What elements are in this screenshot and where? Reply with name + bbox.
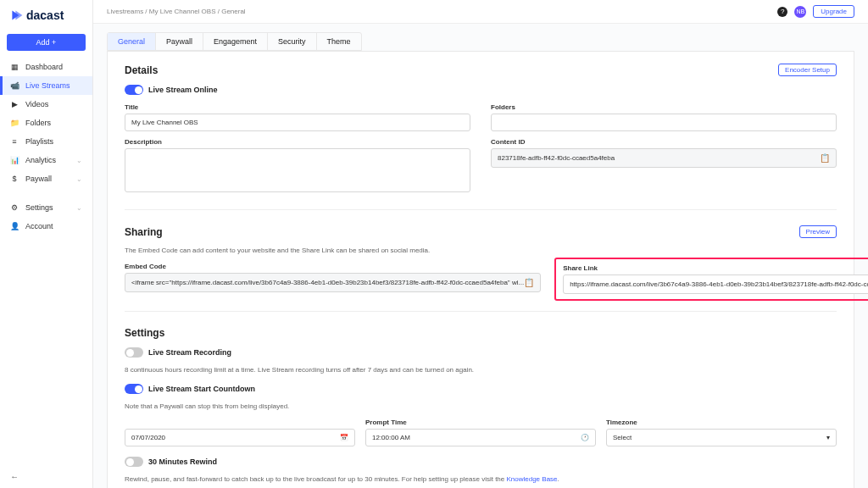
preview-button[interactable]: Preview xyxy=(799,225,837,238)
rewind-label: 30 Minutes Rewind xyxy=(148,458,217,466)
countdown-help-text: Note that a Paywall can stop this from b… xyxy=(125,402,837,410)
sidebar-item-analytics[interactable]: 📊Analytics⌄ xyxy=(0,151,92,169)
avatar[interactable]: NB xyxy=(794,6,806,18)
encoder-setup-button[interactable]: Encoder Setup xyxy=(778,64,837,76)
calendar-icon: 📅 xyxy=(340,434,348,441)
breadcrumb-current: General xyxy=(221,8,245,15)
content-id-value: 823718fe-adfb-ff42-f0dc-ccaed5a4feba xyxy=(498,154,615,162)
sidebar-collapse-button[interactable]: ← xyxy=(0,465,92,488)
clock-icon: 🕐 xyxy=(581,434,589,441)
account-icon: 👤 xyxy=(10,222,19,230)
add-button[interactable]: Add + xyxy=(7,34,86,51)
sharing-help-text: The Embed Code can add content to your w… xyxy=(125,247,837,254)
rewind-toggle[interactable] xyxy=(125,457,143,467)
prompt-time-input[interactable]: 12:00:00 AM 🕐 xyxy=(365,429,596,446)
prompt-time-label: Prompt Time xyxy=(365,419,596,426)
tab-paywall[interactable]: Paywall xyxy=(156,33,203,50)
sidebar-item-folders[interactable]: 📁Folders xyxy=(0,114,92,132)
analytics-icon: 📊 xyxy=(10,156,19,164)
recording-label: Live Stream Recording xyxy=(148,348,231,357)
embed-code-label: Embed Code xyxy=(125,263,541,270)
tab-engagement[interactable]: Engagement xyxy=(203,33,268,50)
chevron-down-icon: ⌄ xyxy=(76,204,82,212)
date-input[interactable]: 07/07/2020 📅 xyxy=(125,429,355,446)
breadcrumb-channel[interactable]: My Live Channel OBS xyxy=(149,8,216,15)
upgrade-button[interactable]: Upgrade xyxy=(813,5,854,18)
tab-general[interactable]: General xyxy=(108,33,156,50)
content-id-field: 823718fe-adfb-ff42-f0dc-ccaed5a4feba 📋 xyxy=(491,148,837,168)
rewind-help-text: Rewind, pause, and fast-forward to catch… xyxy=(125,475,837,483)
live-streams-icon: 📹 xyxy=(10,81,19,90)
countdown-label: Live Stream Start Countdown xyxy=(148,385,255,393)
sidebar-nav: ▦Dashboard 📹Live Streams ▶Videos 📁Folder… xyxy=(0,58,92,465)
title-input[interactable] xyxy=(125,114,470,131)
live-stream-online-toggle[interactable] xyxy=(125,85,143,95)
embed-code-value: <iframe src="https://iframe.dacast.com/l… xyxy=(131,279,524,286)
breadcrumb-livestreams[interactable]: Livestreams xyxy=(107,8,143,15)
sharing-heading: Sharing xyxy=(125,226,163,238)
embed-code-field: <iframe src="https://iframe.dacast.com/l… xyxy=(125,273,541,292)
sidebar-item-live-streams[interactable]: 📹Live Streams xyxy=(0,76,92,95)
sidebar-item-dashboard[interactable]: ▦Dashboard xyxy=(0,58,92,76)
sidebar-item-settings[interactable]: ⚙Settings⌄ xyxy=(0,198,92,217)
brand-logo: dacast xyxy=(0,8,92,30)
tab-theme[interactable]: Theme xyxy=(317,33,361,50)
dashboard-icon: ▦ xyxy=(10,63,19,71)
sidebar-item-account[interactable]: 👤Account xyxy=(0,217,92,236)
countdown-toggle[interactable] xyxy=(125,384,143,394)
settings-icon: ⚙ xyxy=(10,203,19,212)
playlists-icon: ≡ xyxy=(10,137,19,146)
recording-help-text: 8 continuous hours recording limit at a … xyxy=(125,366,837,374)
share-link-value: https://iframe.dacast.com/live/3b67c4a9-… xyxy=(570,280,868,288)
tab-security[interactable]: Security xyxy=(268,33,317,50)
chevron-down-icon: ⌄ xyxy=(76,175,82,183)
topbar: Livestreams / My Live Channel OBS / Gene… xyxy=(93,0,868,24)
sidebar-item-playlists[interactable]: ≡Playlists xyxy=(0,132,92,151)
recording-toggle[interactable] xyxy=(125,347,143,358)
details-heading: Details xyxy=(125,64,158,76)
share-link-label: Share Link xyxy=(563,264,868,272)
help-icon[interactable]: ? xyxy=(777,7,787,17)
paywall-icon: $ xyxy=(10,175,19,183)
settings-heading: Settings xyxy=(125,327,164,339)
folders-label: Folders xyxy=(491,103,837,111)
timezone-label: Timezone xyxy=(606,419,837,426)
sidebar-item-paywall[interactable]: $Paywall⌄ xyxy=(0,169,92,188)
copy-content-id-icon[interactable]: 📋 xyxy=(820,153,830,163)
chevron-down-icon: ⌄ xyxy=(76,157,82,164)
breadcrumb: Livestreams / My Live Channel OBS / Gene… xyxy=(107,8,246,15)
chevron-down-icon: ▾ xyxy=(826,434,830,441)
description-label: Description xyxy=(125,138,470,146)
title-label: Title xyxy=(125,103,470,111)
sidebar-item-videos[interactable]: ▶Videos xyxy=(0,95,92,114)
date-label xyxy=(125,419,355,426)
folders-icon: 📁 xyxy=(10,119,19,127)
share-link-field: https://iframe.dacast.com/live/3b67c4a9-… xyxy=(563,274,868,294)
tabs: General Paywall Engagement Security Them… xyxy=(107,32,362,51)
share-link-highlight: Share Link https://iframe.dacast.com/liv… xyxy=(554,258,868,301)
folders-input[interactable] xyxy=(491,114,837,131)
description-textarea[interactable] xyxy=(125,148,470,192)
videos-icon: ▶ xyxy=(10,100,19,108)
knowledge-base-link[interactable]: Knowledge Base xyxy=(506,475,557,483)
content-id-label: Content ID xyxy=(491,138,837,146)
live-stream-online-label: Live Stream Online xyxy=(148,86,218,94)
timezone-select[interactable]: Select ▾ xyxy=(606,429,837,446)
copy-embed-icon[interactable]: 📋 xyxy=(524,278,534,287)
